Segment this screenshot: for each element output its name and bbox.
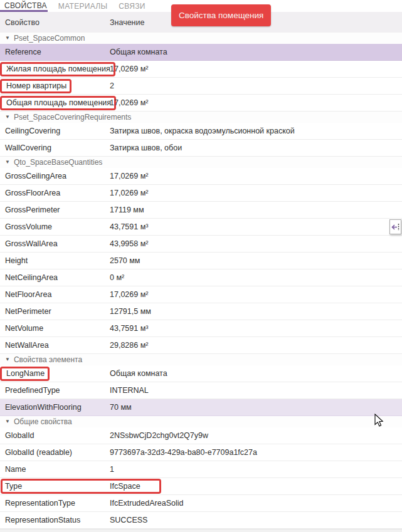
property-row[interactable]: Общая площадь помещения17,0269 м²	[0, 95, 402, 112]
triangle-collapse-icon[interactable]: ▼	[5, 114, 10, 120]
section-title-label: Общие свойства	[14, 417, 72, 426]
property-row[interactable]: Номер квартиры2	[0, 78, 402, 95]
section-title-label: Свойства элемента	[14, 355, 82, 364]
property-value: Затирка швов, окраска водоэмульсионной к…	[110, 127, 402, 135]
property-name: RepresentationType	[0, 499, 110, 508]
property-name: LongName	[0, 367, 110, 381]
property-value: 17,0269 м²	[110, 172, 402, 180]
property-name: GrossVolume	[0, 222, 110, 231]
annotation-box: Жилая площадь помещения	[0, 62, 115, 76]
property-row[interactable]: LongNameОбщая комната	[0, 365, 402, 382]
section-header[interactable]: ▼Qto_SpaceBaseQuantities	[0, 157, 402, 168]
section-title-label: Pset_SpaceCoveringRequirements	[14, 113, 131, 122]
column-header-property: Свойство	[0, 18, 110, 27]
triangle-collapse-icon[interactable]: ▼	[5, 357, 10, 362]
property-value: 17,0269 м²	[110, 189, 402, 197]
property-name: CeilingCovering	[0, 127, 110, 135]
property-name: GrossWallArea	[0, 239, 110, 248]
property-value: 43,7591 м³	[110, 324, 402, 333]
property-row[interactable]: NetFloorArea17,0269 м²	[0, 286, 402, 303]
property-value: Затирка швов, обои	[110, 143, 402, 152]
annotation-box: Общая площадь помещения	[0, 96, 116, 110]
collapse-panel-arrow-icon	[391, 223, 399, 231]
property-name: NetWallArea	[0, 341, 110, 350]
section-header[interactable]: ▼Pset_SpaceCommon	[0, 33, 402, 44]
property-value: 1	[110, 465, 402, 474]
property-row[interactable]: GrossVolume43,7591 м³	[0, 219, 402, 236]
property-name: GrossFloorArea	[0, 189, 110, 197]
property-value: 17,0269 м²	[110, 65, 402, 73]
section-title-label: Qto_SpaceBaseQuantities	[14, 158, 102, 167]
annotation-box: LongName	[0, 367, 50, 381]
property-name: GlobalId	[0, 431, 110, 440]
property-value: 43,7591 м³	[110, 222, 402, 231]
property-value: 9773697a-32d3-429a-ba80-e7709a1fc27a	[110, 448, 402, 457]
property-name: NetPerimeter	[0, 307, 110, 316]
property-row[interactable]: NetPerimeter12791,5 мм	[0, 303, 402, 320]
property-row[interactable]: GrossWallArea43,9958 м²	[0, 236, 402, 253]
property-name: GrossCeilingArea	[0, 172, 110, 180]
property-row[interactable]: GrossPerimeter17119 мм	[0, 202, 402, 219]
property-name: Общая площадь помещения	[0, 96, 110, 110]
property-row[interactable]: GrossFloorArea17,0269 м²	[0, 185, 402, 202]
property-value: 2570 мм	[110, 256, 402, 265]
properties-panel: СВОЙСТВА МАТЕРИАЛЫ СВЯЗИ Свойство Значен…	[0, 0, 402, 532]
property-row[interactable]: Name1	[0, 461, 402, 478]
property-value: 12791,5 мм	[110, 307, 402, 316]
property-name: Reference	[0, 48, 110, 56]
property-row[interactable]: GlobalId2NSsbwCjD2chg0vt2Q7y9w	[0, 427, 402, 444]
property-row[interactable]: CeilingCoveringЗатирка швов, окраска вод…	[0, 123, 402, 140]
bottom-divider	[0, 529, 402, 532]
triangle-collapse-icon[interactable]: ▼	[5, 159, 10, 165]
property-name: ElevationWithFlooring	[0, 403, 110, 412]
tab-relations[interactable]: СВЯЗИ	[118, 1, 145, 12]
annotation-box: Номер квартиры	[0, 79, 71, 93]
property-name: GlobalId (readable)	[0, 448, 110, 457]
property-row[interactable]: RepresentationTypeIfcExtrudedAreaSolid	[0, 495, 402, 512]
tab-materials[interactable]: МАТЕРИАЛЫ	[58, 1, 108, 12]
property-name: Name	[0, 465, 110, 474]
property-value: 43,9958 м²	[110, 239, 402, 248]
annotation-badge: Свойства помещения	[171, 4, 271, 26]
property-name: Жилая площадь помещения	[0, 62, 110, 76]
section-header[interactable]: ▼Pset_SpaceCoveringRequirements	[0, 112, 402, 123]
property-grid: ▼Pset_SpaceCommonReferenceОбщая комнатаЖ…	[0, 33, 402, 529]
collapse-panel-button[interactable]	[389, 219, 401, 234]
property-name: NetFloorArea	[0, 290, 110, 299]
property-name: Height	[0, 256, 110, 265]
property-value: IfcSpace	[110, 482, 402, 491]
property-value: 17,0269 м²	[110, 290, 402, 299]
property-row[interactable]: NetWallArea29,8286 м²	[0, 337, 402, 354]
property-row[interactable]: NetCeilingArea0 м²	[0, 269, 402, 286]
property-name: RepresentationStatus	[0, 516, 110, 524]
tab-properties[interactable]: СВОЙСТВА	[0, 1, 48, 12]
property-value: 70 мм	[110, 403, 402, 412]
property-row[interactable]: GrossCeilingArea17,0269 м²	[0, 168, 402, 185]
property-row[interactable]: NetVolume43,7591 м³	[0, 320, 402, 337]
property-row[interactable]: RepresentationStatusSUCCESS	[0, 512, 402, 529]
property-row[interactable]: ElevationWithFlooring70 мм	[0, 399, 402, 416]
property-name: PredefinedType	[0, 386, 110, 395]
property-value: INTERNAL	[110, 386, 402, 395]
section-title-label: Pset_SpaceCommon	[14, 34, 85, 43]
property-row[interactable]: WallCoveringЗатирка швов, обои	[0, 140, 402, 157]
property-name: WallCovering	[0, 143, 110, 152]
property-row[interactable]: TypeIfcSpace	[0, 478, 402, 495]
section-header[interactable]: ▼Общие свойства	[0, 416, 402, 427]
property-name: NetCeilingArea	[0, 273, 110, 282]
property-name: NetVolume	[0, 324, 110, 333]
section-header[interactable]: ▼Свойства элемента	[0, 354, 402, 365]
property-value: 2	[110, 81, 402, 90]
property-value: 17,0269 м²	[110, 98, 402, 107]
property-value: 0 м²	[110, 273, 402, 282]
triangle-collapse-icon[interactable]: ▼	[5, 419, 10, 424]
property-value: SUCCESS	[110, 516, 402, 524]
property-row[interactable]: Жилая площадь помещения17,0269 м²	[0, 61, 402, 78]
property-row[interactable]: GlobalId (readable)9773697a-32d3-429a-ba…	[0, 444, 402, 461]
property-row[interactable]: Height2570 мм	[0, 253, 402, 269]
triangle-collapse-icon[interactable]: ▼	[5, 35, 10, 41]
property-value: Общая комната	[110, 369, 402, 378]
property-row[interactable]: PredefinedTypeINTERNAL	[0, 382, 402, 399]
property-row[interactable]: ReferenceОбщая комната	[0, 44, 402, 61]
property-name: Номер квартиры	[0, 79, 110, 93]
